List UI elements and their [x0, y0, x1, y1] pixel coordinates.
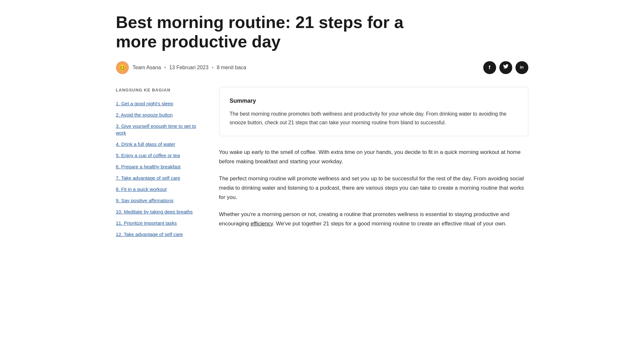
article-body: You wake up early to the smell of coffee… — [219, 148, 528, 228]
sidebar-item-5[interactable]: 5. Enjoy a cup of coffee or tea — [116, 150, 200, 160]
sidebar-item-2[interactable]: 2. Avoid the snooze button — [116, 110, 200, 120]
author-name: Team Asana — [133, 63, 161, 72]
list-item: 1. Get a good night's sleep — [116, 99, 200, 109]
author-emoji: 😊 — [118, 62, 126, 73]
article-paragraph-3: Whether you're a morning person or not, … — [219, 210, 528, 229]
sidebar-item-12[interactable]: 12. Take advantage of self care — [116, 229, 200, 239]
list-item: 7. Take advantage of self care — [116, 173, 200, 183]
sidebar-item-11[interactable]: 11. Prioritize important tasks — [116, 218, 200, 228]
meta-separator-1: • — [164, 63, 166, 72]
list-item: 4. Drink a full glass of water — [116, 139, 200, 149]
linkedin-share-button[interactable]: in — [515, 61, 528, 74]
sidebar-item-7[interactable]: 7. Take advantage of self care — [116, 173, 200, 183]
meta-text: Team Asana • 13 Februari 2023 • 8 menit … — [133, 63, 246, 72]
efficiency-link[interactable]: efficiency — [251, 221, 273, 227]
article-paragraph-2: The perfect morning routine will promote… — [219, 174, 528, 202]
sidebar-item-10[interactable]: 10. Meditate by taking deep breaths — [116, 207, 200, 217]
sidebar-item-1[interactable]: 1. Get a good night's sleep — [116, 99, 200, 109]
twitter-icon — [503, 63, 509, 72]
summary-title: Summary — [230, 96, 518, 106]
sidebar-item-4[interactable]: 4. Drink a full glass of water — [116, 139, 200, 149]
facebook-share-button[interactable]: f — [483, 61, 496, 74]
article-paragraph-1: You wake up early to the smell of coffee… — [219, 148, 528, 166]
article-meta: 😊 Team Asana • 13 Februari 2023 • 8 meni… — [116, 61, 246, 74]
list-item: 8. Fit in a quick workout — [116, 184, 200, 194]
twitter-share-button[interactable] — [499, 61, 512, 74]
sidebar-item-6[interactable]: 6. Prepare a healthy breakfast — [116, 162, 200, 172]
author-avatar: 😊 — [116, 61, 129, 74]
list-item: 12. Take advantage of self care — [116, 229, 200, 239]
paragraph-3-after: . We've put together 21 steps for a good… — [273, 221, 507, 227]
sidebar-item-3[interactable]: 3. Give yourself enough time to get to w… — [116, 121, 200, 138]
social-icons: f in — [483, 61, 528, 74]
list-item: 11. Prioritize important tasks — [116, 218, 200, 228]
article-header: Best morning routine: 21 steps for a mor… — [116, 13, 528, 74]
sidebar-item-8[interactable]: 8. Fit in a quick workout — [116, 184, 200, 194]
list-item: 10. Meditate by taking deep breaths — [116, 207, 200, 217]
list-item: 6. Prepare a healthy breakfast — [116, 162, 200, 172]
read-time: 8 menit baca — [217, 63, 246, 72]
list-item: 5. Enjoy a cup of coffee or tea — [116, 150, 200, 160]
article-title: Best morning routine: 21 steps for a mor… — [116, 13, 406, 52]
sidebar-section-label: LANGSUNG KE BAGIAN — [116, 87, 200, 94]
linkedin-icon: in — [520, 64, 524, 71]
meta-separator-2: • — [212, 63, 214, 72]
sidebar-nav: 1. Get a good night's sleep 2. Avoid the… — [116, 99, 200, 239]
list-item: 9. Say positive affirmations — [116, 195, 200, 205]
content-layout: LANGSUNG KE BAGIAN 1. Get a good night's… — [116, 87, 528, 240]
article-date: 13 Februari 2023 — [169, 63, 208, 72]
sidebar: LANGSUNG KE BAGIAN 1. Get a good night's… — [116, 87, 200, 240]
facebook-icon: f — [489, 63, 490, 72]
summary-box: Summary The best morning routine promote… — [219, 87, 528, 137]
list-item: 2. Avoid the snooze button — [116, 110, 200, 120]
summary-text: The best morning routine promotes both w… — [230, 110, 518, 127]
list-item: 3. Give yourself enough time to get to w… — [116, 121, 200, 138]
main-content: Summary The best morning routine promote… — [219, 87, 528, 229]
sidebar-item-9[interactable]: 9. Say positive affirmations — [116, 195, 200, 205]
